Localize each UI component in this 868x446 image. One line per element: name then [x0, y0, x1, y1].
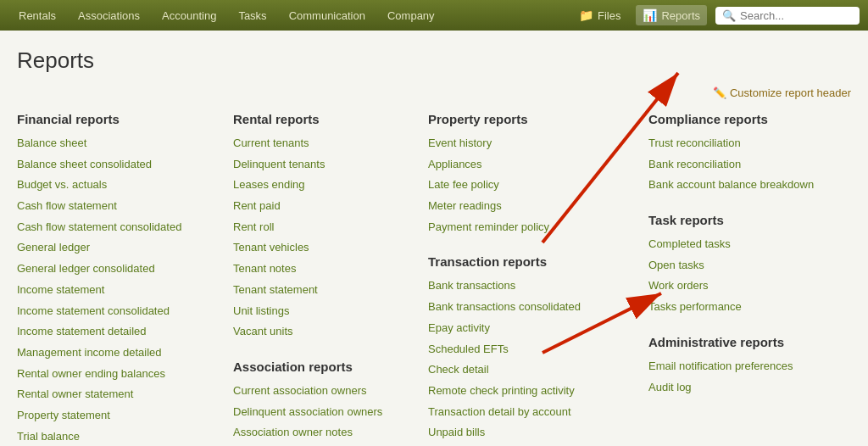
report-link[interactable]: Trial balance	[17, 426, 216, 446]
report-link[interactable]: Tenant notes	[233, 259, 411, 280]
report-link[interactable]: Tenant statement	[233, 280, 411, 301]
report-link[interactable]: Epay activity	[428, 318, 632, 339]
task-links: Completed tasksOpen tasksWork ordersTask…	[648, 234, 852, 318]
association-links: Current association ownersDelinquent ass…	[233, 381, 411, 446]
report-link[interactable]: Transaction detail by account	[428, 402, 632, 423]
report-link[interactable]: Bank transactions	[428, 276, 632, 297]
report-link[interactable]: Property statement	[17, 405, 216, 426]
top-nav: RentalsAssociationsAccountingTasksCommun…	[0, 0, 868, 31]
property-reports-title: Property reports	[428, 112, 632, 126]
property-reports-section: Property reports Event historyAppliances…	[428, 112, 648, 237]
report-link[interactable]: Bank reconciliation	[648, 154, 852, 176]
report-link[interactable]: Meter readings	[428, 196, 632, 217]
report-link[interactable]: Delinquent association owners	[233, 402, 411, 423]
task-reports-title: Task reports	[648, 213, 852, 227]
report-link[interactable]: Cash flow statement consolidated	[17, 217, 216, 238]
page-title: Reports	[17, 47, 851, 74]
reports-label: Reports	[661, 9, 700, 22]
report-link[interactable]: Appliances	[428, 154, 632, 176]
rental-reports-title: Rental reports	[233, 112, 411, 126]
association-reports-section: Association reports Current association …	[233, 360, 428, 446]
report-link[interactable]: Payment reminder policy	[428, 217, 632, 238]
nav-items: RentalsAssociationsAccountingTasksCommun…	[8, 4, 572, 27]
report-link[interactable]: Scheduled EFTs	[428, 339, 632, 360]
page-content: Reports ✏️ Customize report header Finan…	[0, 31, 868, 446]
files-nav[interactable]: 📁 Files	[572, 5, 627, 25]
report-link[interactable]: Income statement detailed	[17, 321, 216, 343]
nav-item-associations[interactable]: Associations	[68, 4, 150, 27]
task-reports-section: Task reports Completed tasksOpen tasksWo…	[648, 213, 868, 318]
report-link[interactable]: Balance sheet consolidated	[17, 154, 216, 176]
report-link[interactable]: Rental owner statement	[17, 384, 216, 405]
report-link[interactable]: Unpaid bills	[428, 422, 632, 443]
report-link[interactable]: Check detail	[428, 360, 632, 381]
transaction-links: Bank transactionsBank transactions conso…	[428, 276, 632, 446]
report-link[interactable]: Association owner notes	[233, 422, 411, 443]
compliance-reports-section: Compliance reports Trust reconciliationB…	[648, 112, 868, 196]
report-link[interactable]: Bank transactions consolidated	[428, 297, 632, 318]
pencil-icon: ✏️	[713, 86, 726, 99]
col3: Property reports Event historyAppliances…	[428, 112, 648, 446]
report-link[interactable]: Audit log	[648, 377, 852, 399]
rental-links: Current tenantsDelinquent tenantsLeases …	[233, 133, 411, 343]
reports-grid: Financial reports Balance sheetBalance s…	[17, 112, 851, 446]
report-link[interactable]: Email notification preferences	[648, 356, 852, 377]
transaction-reports-title: Transaction reports	[428, 254, 632, 269]
report-link[interactable]: Unit listings	[233, 301, 411, 322]
compliance-links: Trust reconciliationBank reconciliationB…	[648, 133, 852, 196]
customize-header-btn[interactable]: ✏️ Customize report header	[17, 86, 851, 99]
financial-reports-title: Financial reports	[17, 112, 216, 126]
report-link[interactable]: Cash flow statement	[17, 196, 216, 217]
report-link[interactable]: Tasks performance	[648, 297, 852, 318]
nav-item-accounting[interactable]: Accounting	[152, 4, 226, 27]
report-link[interactable]: Completed tasks	[648, 234, 852, 255]
report-link[interactable]: Balance sheet	[17, 133, 216, 154]
report-link[interactable]: General ledger	[17, 237, 216, 259]
administrative-reports-title: Administrative reports	[648, 335, 852, 349]
nav-item-company[interactable]: Company	[377, 4, 445, 27]
report-link[interactable]: Current tenants	[233, 133, 411, 154]
files-label: Files	[598, 9, 620, 22]
report-link[interactable]: Bank account balance breakdown	[648, 175, 852, 196]
files-icon: 📁	[579, 8, 593, 22]
report-link[interactable]: Event history	[428, 133, 632, 154]
col4: Compliance reports Trust reconciliationB…	[648, 112, 868, 446]
financial-links: Balance sheetBalance sheet consolidatedB…	[17, 133, 216, 446]
nav-item-rentals[interactable]: Rentals	[8, 4, 66, 27]
search-icon: 🔍	[722, 9, 736, 22]
report-link[interactable]: Tenant vehicles	[233, 237, 411, 259]
financial-reports-section: Financial reports Balance sheetBalance s…	[17, 112, 233, 446]
col2: Rental reports Current tenantsDelinquent…	[233, 112, 428, 446]
report-link[interactable]: Management income detailed	[17, 343, 216, 364]
nav-item-communication[interactable]: Communication	[279, 4, 376, 27]
report-link[interactable]: Current association owners	[233, 381, 411, 402]
association-reports-title: Association reports	[233, 360, 411, 374]
report-link[interactable]: General ledger consolidated	[17, 259, 216, 280]
report-link[interactable]: Delinquent tenants	[233, 154, 411, 176]
report-link[interactable]: Work orders	[648, 276, 852, 297]
nav-right: 📁 Files 📊 Reports 🔍	[572, 5, 860, 25]
nav-item-tasks[interactable]: Tasks	[228, 4, 276, 27]
report-link[interactable]: Rent roll	[233, 217, 411, 238]
report-link[interactable]: Late fee policy	[428, 175, 632, 196]
report-link[interactable]: Remote check printing activity	[428, 381, 632, 402]
report-link[interactable]: Trust reconciliation	[648, 133, 852, 154]
report-link[interactable]: Budget vs. actuals	[17, 175, 216, 196]
reports-nav[interactable]: 📊 Reports	[636, 5, 707, 25]
report-link[interactable]: Income statement	[17, 280, 216, 301]
customize-label: Customize report header	[730, 86, 851, 99]
report-link[interactable]: Vacant units	[233, 321, 411, 343]
transaction-reports-section: Transaction reports Bank transactionsBan…	[428, 254, 648, 446]
report-link[interactable]: Open tasks	[648, 255, 852, 276]
property-links: Event historyAppliancesLate fee policyMe…	[428, 133, 632, 237]
administrative-links: Email notification preferencesAudit log	[648, 356, 852, 398]
compliance-reports-title: Compliance reports	[648, 112, 852, 126]
reports-icon: 📊	[643, 8, 657, 22]
report-link[interactable]: Income statement consolidated	[17, 301, 216, 322]
report-link[interactable]: Leases ending	[233, 175, 411, 196]
report-link[interactable]: Rent paid	[233, 196, 411, 217]
search-input[interactable]	[740, 9, 842, 22]
report-link[interactable]: Rental owner ending balances	[17, 364, 216, 385]
search-box[interactable]: 🔍	[715, 7, 860, 25]
administrative-reports-section: Administrative reports Email notificatio…	[648, 335, 868, 398]
